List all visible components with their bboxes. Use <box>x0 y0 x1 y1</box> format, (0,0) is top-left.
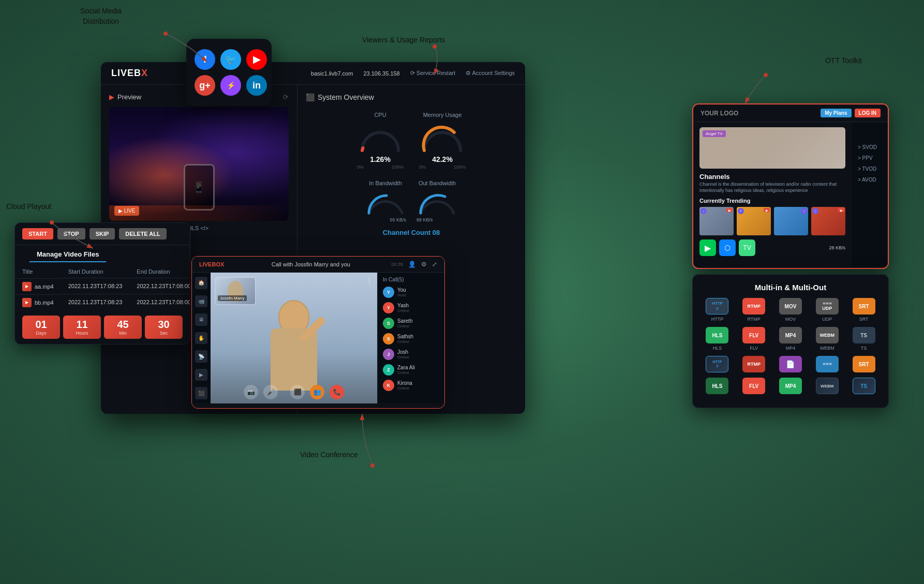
menu-svod[interactable]: > SVOD <box>856 143 884 152</box>
vc-nav-monitor[interactable]: ⬛ <box>195 387 207 399</box>
twitch-icon[interactable]: ⚡ <box>220 75 241 96</box>
avatar-kirona: K <box>383 380 394 391</box>
viewers-reports-annotation: Viewers & Usage Reports <box>362 35 445 46</box>
google-icon[interactable]: g+ <box>195 75 215 96</box>
channel-tag: Angel TV <box>703 130 726 137</box>
linkedin-icon[interactable]: in <box>246 75 267 96</box>
vc-main-area: Jossfin Marry ⋮ 📷 🎤 ⬛ 👥 📞 <box>211 273 377 403</box>
vc-nav-hand[interactable]: ✋ <box>195 332 207 345</box>
preview-icon: ▶ <box>109 93 114 101</box>
rtmp-icon: RTMP <box>742 298 765 315</box>
participant-sathsh: S Sathsh Online <box>383 333 439 345</box>
play-store-icon[interactable]: ▶ <box>699 239 716 256</box>
share-screen-btn[interactable]: ⬛ <box>290 385 305 399</box>
livebox-logo: LIVEBX <box>111 68 148 79</box>
person-icon: 👤 <box>408 261 416 268</box>
vc-nav-youtube[interactable]: ▶ <box>195 369 207 381</box>
avatar-you: Y <box>383 287 394 298</box>
participant-josh: J Josh Online <box>383 349 439 360</box>
ts2-icon: TS <box>853 378 875 394</box>
file-table: Title Start Duration End Duration ▶ aa.m… <box>15 265 190 310</box>
mio-rtmp2: RTMP <box>738 356 770 372</box>
youtube-icon[interactable]: ▶ <box>246 49 267 70</box>
camera-toggle-btn[interactable]: 📷 <box>244 385 258 399</box>
twitter-icon[interactable]: 🐦 <box>220 49 241 70</box>
end-aa: 2022.12.23T17:08:00 <box>129 278 190 294</box>
vc-nav-home[interactable]: 🏠 <box>195 277 207 289</box>
skip-button[interactable]: SKIP <box>90 228 115 239</box>
ott-channel-info: Channels Channel is the dissemination of… <box>699 173 845 193</box>
yt-badge-2: ▶ <box>764 208 770 212</box>
my-plans-button[interactable]: My Plans <box>821 109 851 117</box>
participant-sareth: S Sareth Online <box>383 318 439 329</box>
service-restart-btn[interactable]: ⟳ Service Restart <box>410 70 455 77</box>
flv-icon: FLV <box>742 327 765 343</box>
channel-description: Channel is the dissemination of televisi… <box>699 182 845 193</box>
vc-call-title: Call with Jossfin Marry and you <box>230 261 391 267</box>
header-info: basic1.livb7.com 23.106.35.158 ⟳ Service… <box>311 70 515 77</box>
countdown-days: 01 Days <box>22 316 60 339</box>
file-bb: ▶ bb.mp4 <box>15 294 61 310</box>
vc-nav-video[interactable]: 📹 <box>195 295 207 308</box>
webm-icon: WEBM <box>816 327 839 343</box>
mio-hls2: HLS <box>701 378 734 394</box>
video-options-icon[interactable]: ⋮ <box>366 277 373 285</box>
mio-rtmp: RTMP RTMP <box>738 298 770 322</box>
vc-nav-screen[interactable]: 🖥 <box>195 313 207 326</box>
mio-udp: ≋≋≋ UDP UDP <box>811 298 843 322</box>
mio-mp4: MP4 MP4 <box>774 327 807 351</box>
gear-icon[interactable]: ⚙ <box>421 261 427 268</box>
countdown-min: 45 Min <box>104 316 142 339</box>
mio-row2: HLS HLS FLV FLV MP4 MP4 WEBM WEBM TS TS <box>701 327 880 351</box>
ott-toolkit-panel: YOUR LOGO My Plans LOG IN Angel TV Chann… <box>692 103 889 269</box>
participant-info-you: You Host <box>397 287 406 297</box>
delete-all-button[interactable]: DELETE ALL <box>119 228 166 239</box>
menu-ppv[interactable]: > PPV <box>856 154 884 162</box>
cpu-gauge-svg <box>357 122 404 153</box>
sec-value: 30 <box>147 319 181 331</box>
mio-webm: WEBM WEBM <box>811 327 843 351</box>
menu-tvod[interactable]: > TVOD <box>856 164 884 173</box>
thumbnail-2[interactable]: ▶ ✓ <box>737 207 771 235</box>
mio-title: Multi-in & Multi-Out <box>701 283 880 292</box>
webm-label: WEBM <box>820 346 834 351</box>
menu-avod[interactable]: > AVOD <box>856 175 884 184</box>
app-store-icon[interactable]: ⬡ <box>719 239 736 256</box>
android-tv-icon[interactable]: TV <box>739 239 755 256</box>
thumbnail-1[interactable]: ▶ ↑ <box>699 207 734 235</box>
min-value: 45 <box>106 319 140 331</box>
vc-body: 🏠 📹 🖥 ✋ 📡 ▶ ⬛ <box>192 273 444 403</box>
participant-info-zara: Zara Ali Online <box>397 365 415 375</box>
col-end: End Duration <box>129 265 190 278</box>
cloud-playout-panel: START STOP SKIP DELETE ALL Manage Video … <box>14 222 190 345</box>
refresh-icon[interactable]: ⟳ <box>283 93 289 101</box>
mic-toggle-btn[interactable]: 🎤 <box>263 385 278 399</box>
vc-controls: 📷 🎤 ⬛ 👥 📞 <box>244 385 344 399</box>
countdown-sec: 30 Sec <box>145 316 183 339</box>
store-buttons: ▶ ⬡ TV 28 KB/s <box>699 239 845 256</box>
upload-icon-1: ↑ <box>701 208 707 214</box>
http-icon: HTTP// <box>706 298 728 315</box>
end-call-btn[interactable]: 📞 <box>330 385 344 399</box>
expand-icon[interactable]: ⤢ <box>432 261 437 268</box>
mio-row1: HTTP// HTTP RTMP RTMP MOV MOV ≋≋≋ UDP UD… <box>701 298 880 322</box>
login-button[interactable]: LOG IN <box>855 109 881 117</box>
stop-button[interactable]: STOP <box>57 228 85 239</box>
ott-logo-placeholder: YOUR LOGO <box>701 110 821 117</box>
verify-icon-3: ↑ <box>801 208 807 214</box>
vc-nav-broadcast[interactable]: 📡 <box>195 350 207 363</box>
vc-logo: LIVEBOX <box>199 261 224 267</box>
udp-icon: ≋≋≋ UDP <box>816 298 839 315</box>
start-button[interactable]: START <box>22 228 53 239</box>
mp4-icon: MP4 <box>779 327 802 343</box>
table-body: ▶ aa.mp4 2022.11.23T17:08:23 2022.12.23T… <box>15 278 190 310</box>
facebook-icon[interactable]: f <box>195 49 215 70</box>
thumbnail-3[interactable]: ↑ <box>774 207 808 235</box>
ott-toolkit-annotation: OTT Toolkit <box>825 56 862 66</box>
participants-btn[interactable]: 👥 <box>310 385 324 399</box>
mio-flv: FLV FLV <box>738 327 770 351</box>
thumbnail-4[interactable]: ▶ ↑ <box>811 207 845 235</box>
mio-srt2: SRT <box>847 356 880 372</box>
participant-you: Y You Host <box>383 287 439 298</box>
account-settings-btn[interactable]: ⚙ Account Settings <box>466 70 515 77</box>
